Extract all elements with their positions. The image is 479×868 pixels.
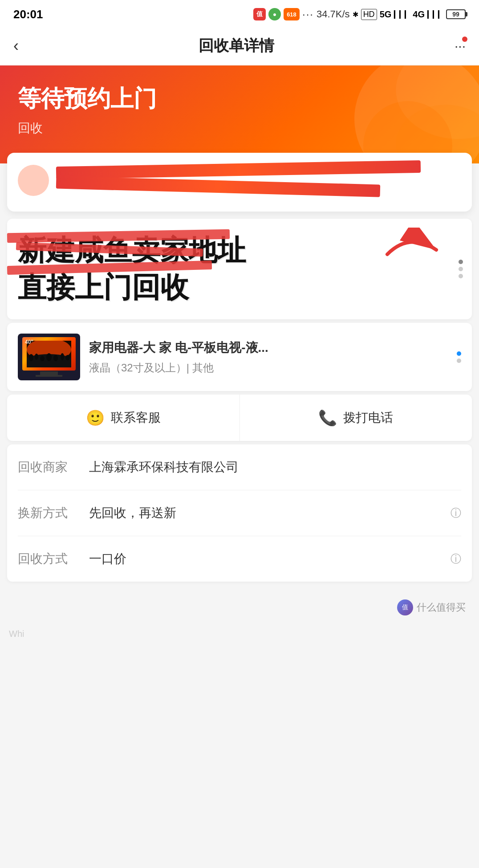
signal-bars-1: ▎▎▎ — [394, 10, 410, 19]
info-icon-2: ⓘ — [451, 552, 461, 566]
product-dots-indicator — [457, 351, 461, 363]
merchant-value: 上海霖承环保科技有限公司 — [89, 459, 461, 476]
signal-bars-2: ▎▎▎ — [427, 10, 443, 19]
battery-indicator: 99 — [446, 9, 466, 19]
watermark-logo: 值 什么值得买 — [397, 599, 466, 615]
svg-point-11 — [53, 355, 58, 361]
network-speed: 34.7K/s — [317, 8, 350, 20]
banner-status: 等待预约上门 — [18, 83, 461, 114]
back-button[interactable]: ‹ — [13, 37, 19, 55]
banner-sub: 回收 — [18, 120, 461, 137]
info-row-method: 换新方式 先回收，再送新 ⓘ — [18, 490, 461, 536]
4g-icon: 4G — [413, 9, 425, 20]
action-bar: 🙂 联系客服 📞 拨打电话 — [7, 395, 472, 441]
pdot-1 — [457, 351, 461, 356]
redact-line-1 — [56, 160, 421, 179]
product-name: 家用电器-大 家 电-平板电视-液... — [89, 339, 443, 356]
bottom-partial-text: Whi — [0, 624, 479, 648]
svg-point-8 — [35, 354, 38, 360]
call-button[interactable]: 📞 拨打电话 — [240, 395, 472, 441]
avatar — [18, 165, 49, 196]
dots-indicator — [459, 260, 463, 278]
trade-label: 换新方式 — [18, 505, 89, 522]
dot-3 — [459, 274, 463, 278]
merchant-label: 回收商家 — [18, 459, 89, 476]
app-icon-2: ● — [268, 8, 281, 20]
annotation-section: 新建咸鱼卖家地址 直接上门回收 — [7, 219, 472, 319]
arrow-svg — [383, 228, 445, 281]
5g-icon: 5G — [380, 9, 392, 20]
watermark-text: 什么值得买 — [417, 601, 466, 614]
tv-screen — [22, 337, 76, 371]
info-section: 回收商家 上海霖承环保科技有限公司 换新方式 先回收，再送新 ⓘ 回收方式 一口… — [7, 444, 472, 582]
recycle-value: 一口价 — [89, 550, 447, 567]
svg-point-12 — [61, 353, 64, 360]
svg-point-9 — [40, 356, 45, 361]
nav-bar: ‹ 回收单详情 ··· — [0, 27, 479, 65]
call-label: 拨打电话 — [343, 409, 393, 426]
tv-stand — [36, 375, 62, 377]
app-icon-618: 618 — [284, 8, 300, 20]
more-button[interactable]: ··· — [455, 38, 466, 53]
redacted-info — [18, 163, 461, 197]
bottom-watermark: 值 什么值得买 — [0, 591, 479, 624]
bluetooth-icon: ✱ — [353, 10, 358, 19]
recycle-label: 回收方式 — [18, 550, 89, 567]
app-icon-1: 值 — [253, 8, 266, 20]
tv-base — [40, 371, 58, 375]
logo-icon: 值 — [397, 599, 413, 615]
hd-icon: HD — [361, 9, 377, 20]
svg-point-10 — [46, 353, 52, 361]
info-icon-1: ⓘ — [451, 506, 461, 520]
status-more-dots: ··· — [302, 8, 314, 20]
status-icons: 值 ● 618 ··· 34.7K/s ✱ HD 5G ▎▎▎ 4G ▎▎▎ 9… — [253, 8, 466, 20]
chat-icon: 🙂 — [86, 409, 105, 427]
page-title: 回收单详情 — [199, 36, 274, 56]
dot-2 — [459, 267, 463, 271]
personal-info-card — [7, 153, 472, 212]
redact-line-2 — [56, 176, 380, 197]
redacted-lines — [56, 163, 461, 197]
product-image — [18, 334, 80, 380]
product-card: 家用电器-大 家 电-平板电视-液... 液晶（32寸及以上）| 其他 — [7, 323, 472, 391]
svg-point-7 — [29, 354, 33, 361]
notification-dot — [462, 37, 467, 42]
status-bar: 20:01 值 ● 618 ··· 34.7K/s ✱ HD 5G ▎▎▎ 4G… — [0, 0, 479, 27]
svg-point-13 — [65, 355, 70, 360]
info-row-merchant: 回收商家 上海霖承环保科技有限公司 — [18, 444, 461, 490]
pdot-2 — [457, 359, 461, 363]
contact-label: 联系客服 — [111, 409, 161, 426]
contact-service-button[interactable]: 🙂 联系客服 — [7, 395, 240, 441]
trade-value: 先回收，再送新 — [89, 505, 447, 522]
product-info: 家用电器-大 家 电-平板电视-液... 液晶（32寸及以上）| 其他 — [89, 339, 443, 375]
phone-icon: 📞 — [318, 409, 337, 427]
banner-decoration — [354, 65, 479, 163]
annotation-arrow — [383, 228, 445, 283]
dot-1 — [459, 260, 463, 264]
header-banner: 等待预约上门 回收 — [0, 65, 479, 163]
status-time: 20:01 — [13, 8, 43, 21]
product-detail: 液晶（32寸及以上）| 其他 — [89, 361, 443, 375]
info-row-recycle: 回收方式 一口价 ⓘ — [18, 536, 461, 582]
tv-content — [27, 341, 71, 367]
